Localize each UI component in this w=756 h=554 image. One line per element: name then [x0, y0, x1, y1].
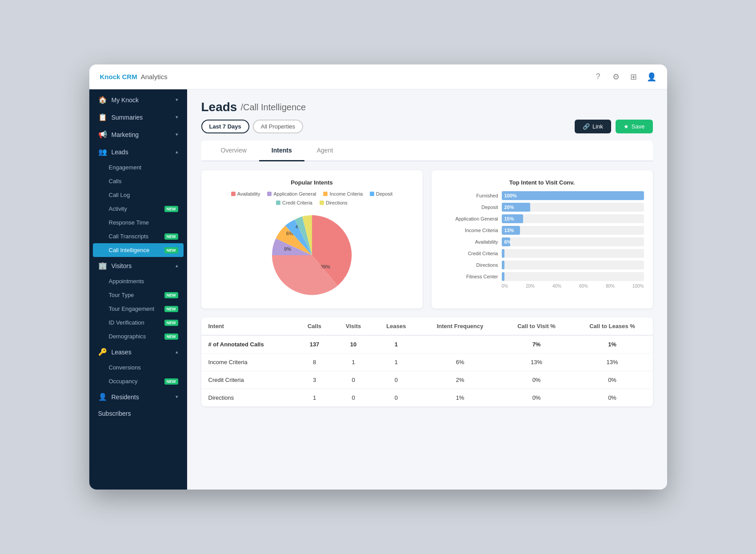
sidebar-sub-tour-engagement[interactable]: Tour Engagement NEW: [89, 302, 187, 316]
badge-occupancy: NEW: [164, 378, 178, 385]
sidebar-sub-activity[interactable]: Activity NEW: [89, 202, 187, 216]
page-title-main: Leads: [201, 100, 237, 114]
svg-text:9%: 9%: [284, 246, 291, 252]
td-calls-credit: 3: [296, 371, 333, 389]
bar-track-directions: [502, 261, 644, 269]
sidebar-sub-call-log[interactable]: Call Log: [89, 188, 187, 202]
users-icon: 👥: [98, 148, 107, 156]
bar-label-fitness: Fitness Center: [440, 274, 498, 279]
td-leases-pct-annotated: 1%: [572, 335, 653, 353]
list-icon: 📋: [98, 113, 107, 121]
td-intent-credit: Credit Criteria: [201, 371, 296, 389]
td-calls-directions: 1: [296, 389, 333, 407]
bar-row-income: Income Criteria 13%: [440, 226, 644, 235]
bar-track-furnished: 100%: [502, 191, 644, 200]
sub-label-call-transcripts: Call Transcripts: [109, 233, 149, 240]
badge-demographics: NEW: [164, 333, 178, 340]
badge-tour-type: NEW: [164, 292, 178, 298]
sidebar-sub-calls[interactable]: Calls: [89, 174, 187, 188]
tab-intents[interactable]: Intents: [259, 141, 304, 161]
user-icon[interactable]: 👤: [647, 72, 656, 82]
sidebar-item-visitors[interactable]: 🏢 Visitors ▴: [89, 257, 187, 274]
td-intent-income: Income Criteria: [201, 353, 296, 371]
bar-label-furnished: Furnished: [440, 193, 498, 198]
sidebar-item-subscribers[interactable]: Subscribers: [89, 405, 187, 422]
bar-fill-credit: [502, 249, 504, 258]
sidebar-item-my-knock[interactable]: 🏠 My Knock ▾: [89, 91, 187, 108]
sub-label-calls: Calls: [109, 178, 122, 185]
sidebar-label-summaries: Summaries: [112, 114, 143, 121]
tab-overview[interactable]: Overview: [208, 141, 259, 161]
bar-track-availability: 6%: [502, 237, 644, 246]
td-leases-annotated: 1: [373, 335, 419, 353]
sidebar-item-marketing[interactable]: 📢 Marketing ▾: [89, 126, 187, 143]
bar-chart-card: Top Intent to Visit Conv. Furnished 100%…: [432, 170, 653, 309]
legend-directions: Directions: [320, 200, 348, 205]
sidebar-sub-response-time[interactable]: Response Time: [89, 216, 187, 229]
sub-label-occupancy: Occupancy: [109, 378, 138, 385]
chevron-leases: ▴: [176, 349, 178, 355]
chevron-marketing: ▾: [176, 132, 178, 137]
tab-agent[interactable]: Agent: [304, 141, 346, 161]
td-visit-pct-annotated: 7%: [501, 335, 572, 353]
sidebar-sub-tour-type[interactable]: Tour Type NEW: [89, 288, 187, 302]
axis-20: 20%: [526, 284, 535, 289]
th-freq: Intent Frequency: [419, 317, 501, 335]
chevron-leads: ▴: [176, 149, 178, 155]
bar-fill-furnished: 100%: [502, 191, 644, 200]
sidebar-sub-appointments[interactable]: Appointments: [89, 274, 187, 288]
td-visits-income: 1: [333, 353, 373, 371]
legend-availability: Availability: [231, 191, 260, 197]
sidebar-sub-conversions[interactable]: Conversions: [89, 361, 187, 374]
sidebar-sub-occupancy[interactable]: Occupancy NEW: [89, 374, 187, 388]
badge-tour-engagement: NEW: [164, 306, 178, 312]
grid-icon[interactable]: ⊞: [629, 72, 639, 82]
chevron-visitors: ▴: [176, 263, 178, 269]
sidebar-label-my-knock: My Knock: [112, 96, 139, 104]
sidebar-sub-id-verification[interactable]: ID Verification NEW: [89, 316, 187, 329]
home-icon: 🏠: [98, 96, 107, 104]
td-calls-annotated: 137: [296, 335, 333, 353]
pie-chart-title: Popular Intents: [210, 179, 414, 186]
axis-100: 100%: [632, 284, 644, 289]
axis-40: 40%: [552, 284, 561, 289]
filter-last-7-days[interactable]: Last 7 Days: [201, 120, 249, 133]
legend-label-app-general: Application General: [273, 191, 316, 197]
bar-fill-deposit: 20%: [502, 203, 530, 212]
legend-label-credit: Credit Criteria: [282, 200, 312, 205]
help-icon[interactable]: ?: [593, 72, 603, 82]
save-label: Save: [632, 123, 645, 130]
td-visit-pct-income: 13%: [501, 353, 572, 371]
save-button[interactable]: ★ Save: [616, 120, 653, 133]
person-icon: 👤: [98, 393, 107, 401]
bar-row-credit: Credit Criteria: [440, 249, 644, 258]
sidebar-item-summaries[interactable]: 📋 Summaries ▾: [89, 108, 187, 126]
sub-label-conversions: Conversions: [109, 364, 141, 371]
td-visit-pct-credit: 0%: [501, 371, 572, 389]
app-section: Analytics: [141, 73, 168, 80]
tabs: Overview Intents Agent: [201, 141, 653, 161]
sub-label-appointments: Appointments: [109, 278, 144, 285]
sidebar-item-leases[interactable]: 🔑 Leases ▴: [89, 343, 187, 361]
td-calls-income: 8: [296, 353, 333, 371]
filter-all-properties[interactable]: All Properties: [253, 120, 303, 133]
sub-label-demographics: Demographics: [109, 333, 146, 340]
th-leases-pct: Call to Leases %: [572, 317, 653, 335]
sidebar-sub-engagement[interactable]: Engagement: [89, 161, 187, 174]
sidebar: 🏠 My Knock ▾ 📋 Summaries ▾ 📢: [89, 89, 187, 490]
sidebar-sub-demographics[interactable]: Demographics NEW: [89, 329, 187, 343]
settings-icon[interactable]: ⚙: [611, 72, 621, 82]
link-button[interactable]: 🔗 Link: [575, 120, 611, 133]
content-area: Leads /Call Intelligence Last 7 Days All…: [187, 89, 667, 490]
sidebar-sub-call-intelligence[interactable]: Call Intelligence NEW: [93, 243, 184, 257]
table-row-credit: Credit Criteria 3 0 0 2% 0% 0%: [201, 371, 653, 389]
top-bar-icons: ? ⚙ ⊞ 👤: [593, 72, 656, 82]
sidebar-label-marketing: Marketing: [112, 131, 139, 138]
sidebar-item-leads[interactable]: 👥 Leads ▴: [89, 143, 187, 161]
sidebar-sub-call-transcripts[interactable]: Call Transcripts NEW: [89, 229, 187, 243]
data-table-card: Intent Calls Visits Leases Intent Freque…: [201, 317, 653, 406]
sidebar-item-residents[interactable]: 👤 Residents ▾: [89, 388, 187, 405]
axis-0: 0%: [502, 284, 508, 289]
table-row-annotated: # of Annotated Calls 137 10 1 7% 1%: [201, 335, 653, 353]
th-calls: Calls: [296, 317, 333, 335]
